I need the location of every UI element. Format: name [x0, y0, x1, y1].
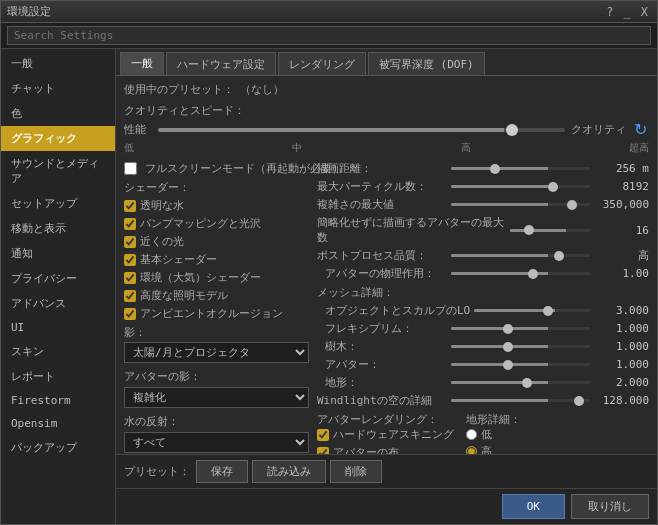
quality-val-label: クオリティ	[571, 122, 626, 137]
quality-perf-label: 性能	[124, 122, 152, 137]
avatar-cloth-label: アバターの布	[333, 445, 399, 454]
avatar-render-left: アバターレンダリング： ハードウェアスキニング アバターの布	[317, 412, 454, 454]
adv-lighting-label: 高度な照明モデル	[140, 288, 228, 303]
water-refl-select[interactable]: すべて	[124, 432, 309, 453]
obj-sculpt-label: オブジェクトとスカルプのLO	[317, 303, 470, 318]
sidebar-item-backup[interactable]: バックアップ	[1, 435, 115, 460]
max-non-imp-value: 350,000	[594, 198, 649, 211]
preset-value: （なし）	[240, 82, 284, 97]
phys-slider[interactable]	[451, 272, 590, 275]
avatar-render-label: アバターレンダリング：	[317, 412, 454, 427]
avatar-shadow-select[interactable]: 複雑化	[124, 387, 309, 408]
tab-dof[interactable]: 被写界深度 (DOF)	[368, 52, 485, 75]
sidebar-item-move[interactable]: 移動と表示	[1, 216, 115, 241]
search-bar	[1, 23, 657, 49]
close-button[interactable]: X	[638, 5, 651, 19]
terrain-detail-section: 地形詳細： 低 高	[466, 412, 521, 454]
bump-shiny-checkbox[interactable]	[124, 218, 136, 230]
title-bar-buttons: ? _ X	[603, 5, 651, 19]
sidebar-item-advance[interactable]: アドバンス	[1, 291, 115, 316]
sidebar-item-opensim[interactable]: Opensim	[1, 412, 115, 435]
terrain-slider[interactable]	[451, 381, 590, 384]
terrain-detail-label: 地形詳細：	[466, 412, 521, 427]
draw-dist-row: 描画距離： 256 m	[317, 161, 649, 176]
draw-dist-slider[interactable]	[451, 167, 590, 170]
sidebar-item-ui[interactable]: UI	[1, 316, 115, 339]
tree-slider[interactable]	[451, 345, 590, 348]
tab-rendering[interactable]: レンダリング	[278, 52, 366, 75]
windlight-value: 128.000	[594, 394, 649, 407]
local-light-checkbox[interactable]	[124, 236, 136, 248]
post-process-label: ポストプロセス品質：	[317, 248, 447, 263]
quality-high: 高	[461, 141, 471, 155]
slider-labels: 低 中 高 超高	[124, 141, 649, 155]
sidebar-item-firestorm[interactable]: Firestorm	[1, 389, 115, 412]
sidebar-item-color[interactable]: 色	[1, 101, 115, 126]
transparent-water-checkbox[interactable]	[124, 200, 136, 212]
env-shader-row: 環境（大気）シェーダー	[124, 270, 309, 285]
save-button[interactable]: 保存	[196, 460, 248, 483]
sidebar-item-report[interactable]: レポート	[1, 364, 115, 389]
terrain-high-radio[interactable]	[466, 446, 477, 454]
load-button[interactable]: 読み込み	[252, 460, 326, 483]
avatar-mesh-slider[interactable]	[451, 363, 590, 366]
main-window: 環境設定 ? _ X 一般 チャット 色 グラフィック サウンドとメディア セッ…	[0, 0, 658, 525]
sidebar-item-skin[interactable]: スキン	[1, 339, 115, 364]
sidebar-item-privacy[interactable]: プライバシー	[1, 266, 115, 291]
sidebar-item-graphics[interactable]: グラフィック	[1, 126, 115, 151]
help-button[interactable]: ?	[603, 5, 616, 19]
water-refl-label: 水の反射：	[124, 414, 309, 429]
window-title: 環境設定	[7, 4, 51, 19]
flex-prim-slider[interactable]	[451, 327, 590, 330]
sidebar-item-notify[interactable]: 通知	[1, 241, 115, 266]
shader-section-title: シェーダー：	[124, 180, 309, 195]
ok-button[interactable]: OK	[502, 494, 565, 519]
bump-shiny-row: バンプマッピングと光沢	[124, 216, 309, 231]
sidebar: 一般 チャット 色 グラフィック サウンドとメディア セットアップ 移動と表示 …	[1, 49, 116, 524]
post-process-slider[interactable]	[451, 254, 590, 257]
sidebar-item-chat[interactable]: チャット	[1, 76, 115, 101]
obj-sculpt-slider[interactable]	[474, 309, 590, 312]
local-light-row: 近くの光	[124, 234, 309, 249]
windlight-slider[interactable]	[451, 399, 590, 402]
transparent-water-label: 透明な水	[140, 198, 184, 213]
tree-row: 樹木： 1.000	[317, 339, 649, 354]
mesh-label: メッシュ詳細：	[317, 285, 649, 300]
delete-button[interactable]: 削除	[330, 460, 382, 483]
avatar-mesh-label: アバター：	[317, 357, 447, 372]
tab-hardware[interactable]: ハードウェア設定	[166, 52, 276, 75]
sidebar-item-sound[interactable]: サウンドとメディア	[1, 151, 115, 191]
avatar-cloth-checkbox[interactable]	[317, 447, 329, 455]
max-non-imp-row: 複雑さの最大値 350,000	[317, 197, 649, 212]
env-shader-checkbox[interactable]	[124, 272, 136, 284]
max-non-imp-slider[interactable]	[451, 203, 590, 206]
search-input[interactable]	[7, 26, 651, 45]
ambient-occlusion-row: アンビエントオクルージョン	[124, 306, 309, 321]
max-particles-label: 最大パーティクル数：	[317, 179, 447, 194]
ambient-occlusion-checkbox[interactable]	[124, 308, 136, 320]
adv-lighting-checkbox[interactable]	[124, 290, 136, 302]
adv-lighting-row: 高度な照明モデル	[124, 288, 309, 303]
quality-slider[interactable]	[158, 128, 565, 132]
sidebar-item-setup[interactable]: セットアップ	[1, 191, 115, 216]
tab-content-general: 使用中のプリセット： （なし） クオリティとスピード： 性能 クオリティ ↻	[116, 76, 657, 454]
title-bar: 環境設定 ? _ X	[1, 1, 657, 23]
terrain-high-row: 高	[466, 444, 521, 454]
phys-row: アバターの物理作用： 1.00	[317, 266, 649, 281]
windlight-row: Windlightの空の詳細 128.000	[317, 393, 649, 408]
shadow-select[interactable]: 太陽/月とプロジェクタ	[124, 342, 309, 363]
max-particles-slider[interactable]	[451, 185, 590, 188]
hw-skinning-checkbox[interactable]	[317, 429, 329, 441]
quality-refresh-button[interactable]: ↻	[632, 120, 649, 139]
tab-general[interactable]: 一般	[120, 52, 164, 75]
fullscreen-checkbox[interactable]	[124, 162, 137, 175]
max-avatar-draw-slider[interactable]	[510, 229, 590, 232]
terrain-low-radio[interactable]	[466, 429, 477, 440]
bump-shiny-label: バンプマッピングと光沢	[140, 216, 261, 231]
basic-shader-checkbox[interactable]	[124, 254, 136, 266]
phys-value: 1.00	[594, 267, 649, 280]
sidebar-item-general[interactable]: 一般	[1, 51, 115, 76]
cancel-button[interactable]: 取り消し	[571, 494, 649, 519]
terrain-high-label: 高	[481, 444, 492, 454]
minimize-button[interactable]: _	[621, 5, 634, 19]
